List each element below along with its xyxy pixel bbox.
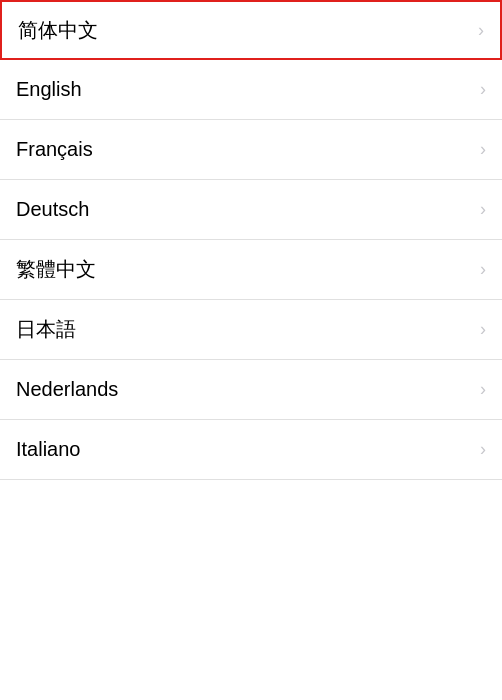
chevron-right-icon: › bbox=[480, 319, 486, 340]
chevron-right-icon: › bbox=[480, 379, 486, 400]
language-label-german: Deutsch bbox=[16, 198, 89, 221]
language-label-dutch: Nederlands bbox=[16, 378, 118, 401]
language-label-italian: Italiano bbox=[16, 438, 81, 461]
language-item-traditional-chinese[interactable]: 繁體中文› bbox=[0, 240, 502, 300]
chevron-right-icon: › bbox=[480, 199, 486, 220]
language-list: 简体中文›English›Français›Deutsch›繁體中文›日本語›N… bbox=[0, 0, 502, 480]
language-label-simplified-chinese: 简体中文 bbox=[18, 17, 98, 44]
language-label-japanese: 日本語 bbox=[16, 316, 76, 343]
language-label-traditional-chinese: 繁體中文 bbox=[16, 256, 96, 283]
chevron-right-icon: › bbox=[480, 439, 486, 460]
chevron-right-icon: › bbox=[480, 259, 486, 280]
language-item-italian[interactable]: Italiano› bbox=[0, 420, 502, 480]
language-item-dutch[interactable]: Nederlands› bbox=[0, 360, 502, 420]
language-item-japanese[interactable]: 日本語› bbox=[0, 300, 502, 360]
language-item-german[interactable]: Deutsch› bbox=[0, 180, 502, 240]
language-label-english: English bbox=[16, 78, 82, 101]
language-item-english[interactable]: English› bbox=[0, 60, 502, 120]
chevron-right-icon: › bbox=[480, 79, 486, 100]
language-label-french: Français bbox=[16, 138, 93, 161]
chevron-right-icon: › bbox=[480, 139, 486, 160]
language-item-simplified-chinese[interactable]: 简体中文› bbox=[0, 0, 502, 60]
language-item-french[interactable]: Français› bbox=[0, 120, 502, 180]
chevron-right-icon: › bbox=[478, 20, 484, 41]
